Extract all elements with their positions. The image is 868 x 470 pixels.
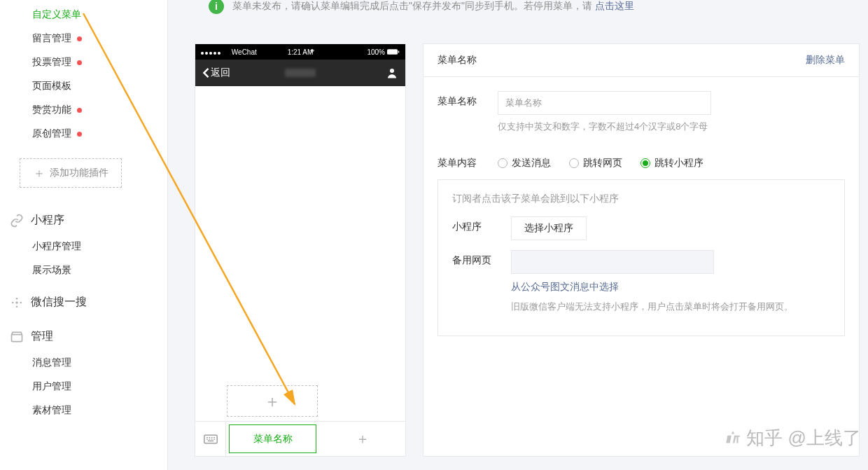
section-title: 小程序 xyxy=(31,213,64,228)
phone-statusbar: WeChat 1:21 AM 100% xyxy=(195,44,405,60)
svg-rect-6 xyxy=(398,50,400,53)
radio-send-message[interactable]: 发送消息 xyxy=(498,157,551,170)
svg-rect-5 xyxy=(387,49,398,55)
notice-prefix: 菜单未发布，请确认菜单编辑完成后点击"保存并发布"同步到手机。若停用菜单，请 xyxy=(232,0,592,11)
keyboard-toggle[interactable] xyxy=(195,422,226,456)
content-radios: 发送消息 跳转网页 跳转小程序 xyxy=(498,153,845,170)
menu-content-label: 菜单内容 xyxy=(438,153,498,170)
sidebar-item-message-mgmt[interactable]: 留言管理 xyxy=(0,27,167,50)
sidebar-item-original[interactable]: 原创管理 xyxy=(0,122,167,146)
menu-slot-add[interactable]: ＋ xyxy=(319,422,405,456)
sidebar-item-msg-mgmt[interactable]: 消息管理 xyxy=(0,351,167,375)
section-manage[interactable]: 管理 xyxy=(0,317,167,351)
sidebar-item-label: 赞赏功能 xyxy=(32,104,71,115)
radio-label: 发送消息 xyxy=(512,157,551,170)
signal-icon xyxy=(201,48,222,56)
mp-desc: 订阅者点击该子菜单会跳到以下小程序 xyxy=(452,193,830,205)
choose-from-articles-link[interactable]: 从公众号图文消息中选择 xyxy=(511,281,619,293)
svg-point-7 xyxy=(390,69,394,73)
sidebar-item-vote-mgmt[interactable]: 投票管理 xyxy=(0,50,167,74)
add-plugin-label: 添加功能插件 xyxy=(50,167,108,179)
red-dot-icon xyxy=(77,108,82,113)
radio-label: 跳转小程序 xyxy=(654,157,704,170)
plus-icon: ＋ xyxy=(33,165,46,181)
menu-name-input[interactable] xyxy=(498,91,711,115)
backup-url-input[interactable] xyxy=(511,250,714,274)
old-client-note: 旧版微信客户端无法支持小程序，用户点击菜单时将会打开备用网页。 xyxy=(511,300,793,313)
radio-label: 跳转网页 xyxy=(583,157,622,170)
backup-label: 备用网页 xyxy=(452,250,511,267)
carrier-label: WeChat xyxy=(232,48,257,56)
row-backup-url: 备用网页 从公众号图文消息中选择 旧版微信客户端无法支持小程序，用户点击菜单时将… xyxy=(452,250,830,313)
link-icon xyxy=(10,214,24,228)
sidebar-item-label: 展示场景 xyxy=(32,264,71,275)
row-choose-mp: 小程序 选择小程序 xyxy=(452,216,830,240)
phone-preview: WeChat 1:21 AM 100% 返回 xyxy=(195,43,406,457)
sidebar: 自定义菜单 留言管理 投票管理 页面模板 赞赏功能 原创管理 ＋ 添加功能插件 … xyxy=(0,0,168,470)
inbox-icon xyxy=(10,330,24,344)
row-menu-name: 菜单名称 仅支持中英文和数字，字数不超过4个汉字或8个字母 xyxy=(438,91,845,133)
time-label: 1:21 AM xyxy=(288,48,314,56)
radio-icon xyxy=(498,158,507,168)
menu-name-label: 菜单名称 xyxy=(438,91,498,108)
phone-title-blur xyxy=(285,69,316,77)
workspace: WeChat 1:21 AM 100% 返回 xyxy=(195,43,868,457)
miniprogram-config-box: 订阅者点击该子菜单会跳到以下小程序 小程序 选择小程序 备用网页 从公众号图文消… xyxy=(438,179,845,336)
config-panel: 菜单名称 删除菜单 菜单名称 仅支持中英文和数字，字数不超过4个汉字或8个字母 … xyxy=(423,43,860,457)
info-icon: i xyxy=(209,0,224,14)
sidebar-item-label: 素材管理 xyxy=(32,404,71,415)
notice-link[interactable]: 点击这里 xyxy=(595,0,634,11)
sidebar-item-reward[interactable]: 赞赏功能 xyxy=(0,98,167,122)
radio-icon xyxy=(640,158,650,168)
svg-point-3 xyxy=(16,297,18,299)
sidebar-item-page-template[interactable]: 页面模板 xyxy=(0,74,167,98)
menu-name-hint: 仅支持中英文和数字，字数不超过4个汉字或8个字母 xyxy=(498,120,845,133)
phone-menubar: 菜单名称 ＋ xyxy=(195,421,405,456)
svg-rect-8 xyxy=(204,435,216,443)
mp-label: 小程序 xyxy=(452,216,511,233)
sidebar-item-label: 投票管理 xyxy=(32,56,71,67)
red-dot-icon xyxy=(77,132,82,137)
sidebar-item-label: 自定义菜单 xyxy=(32,8,81,20)
notice-bar: i 菜单未发布，请确认菜单编辑完成后点击"保存并发布"同步到手机。若停用菜单，请… xyxy=(195,0,868,22)
row-menu-content: 菜单内容 发送消息 跳转网页 xyxy=(438,153,845,170)
section-wesearch[interactable]: 微信搜一搜 xyxy=(0,282,167,317)
add-submenu-button[interactable]: ＋ xyxy=(227,385,318,417)
sidebar-item-label: 原创管理 xyxy=(32,127,71,139)
battery-icon xyxy=(387,48,400,56)
sidebar-item-mp-scene[interactable]: 展示场景 xyxy=(0,258,167,282)
radio-jump-web[interactable]: 跳转网页 xyxy=(569,157,622,170)
sidebar-item-label: 页面模板 xyxy=(32,80,71,91)
keyboard-icon xyxy=(204,434,218,445)
panel-title: 菜单名称 xyxy=(438,54,477,67)
plus-icon: ＋ xyxy=(264,390,281,413)
delete-menu-button[interactable]: 删除菜单 xyxy=(806,54,845,67)
add-plugin-button[interactable]: ＋ 添加功能插件 xyxy=(20,158,122,188)
svg-point-0 xyxy=(15,301,18,303)
red-dot-icon xyxy=(77,60,82,65)
sidebar-item-material-mgmt[interactable]: 素材管理 xyxy=(0,399,167,422)
sidebar-item-mp-mgmt[interactable]: 小程序管理 xyxy=(0,235,167,258)
sparkle-icon xyxy=(10,296,24,310)
sidebar-item-label: 小程序管理 xyxy=(32,240,81,251)
sidebar-item-label: 留言管理 xyxy=(32,32,71,43)
profile-icon[interactable] xyxy=(386,67,398,79)
menu-slot-1[interactable]: 菜单名称 xyxy=(229,424,316,453)
section-title: 微信搜一搜 xyxy=(31,295,87,310)
radio-icon xyxy=(569,158,579,168)
svg-point-4 xyxy=(16,305,18,307)
sidebar-item-label: 用户管理 xyxy=(32,380,71,392)
choose-miniprogram-button[interactable]: 选择小程序 xyxy=(511,216,587,240)
chevron-left-icon xyxy=(202,68,209,78)
red-dot-icon xyxy=(77,36,82,41)
panel-head: 菜单名称 删除菜单 xyxy=(424,44,859,77)
sidebar-item-user-mgmt[interactable]: 用户管理 xyxy=(0,375,167,399)
back-button[interactable]: 返回 xyxy=(202,67,230,79)
section-miniprogram[interactable]: 小程序 xyxy=(0,200,167,235)
back-label: 返回 xyxy=(211,67,230,79)
main-area: i 菜单未发布，请确认菜单编辑完成后点击"保存并发布"同步到手机。若停用菜单，请… xyxy=(168,0,868,470)
radio-jump-miniprogram[interactable]: 跳转小程序 xyxy=(640,157,704,170)
phone-navbar: 返回 xyxy=(195,60,405,86)
sidebar-item-custom-menu[interactable]: 自定义菜单 xyxy=(0,3,167,27)
section-title: 管理 xyxy=(31,329,53,344)
